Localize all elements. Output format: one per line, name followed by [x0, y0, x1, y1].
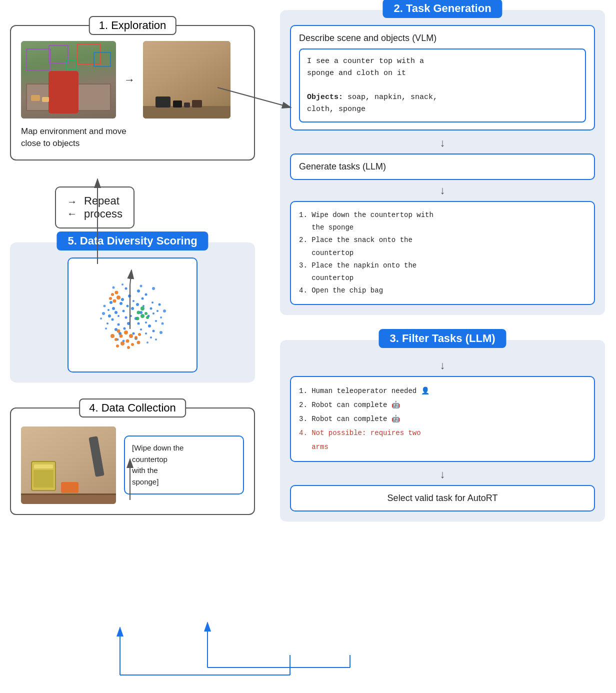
collection-title: 4. Data Collection: [79, 398, 186, 418]
exploration-images: →: [21, 41, 244, 118]
svg-point-78: [120, 334, 123, 338]
arrow-right-between: →: [124, 74, 135, 86]
svg-point-61: [160, 316, 162, 318]
generate-tasks-label: Generate tasks (LLM): [299, 162, 386, 172]
svg-point-17: [136, 303, 139, 306]
svg-point-97: [113, 299, 116, 302]
svg-point-27: [127, 322, 130, 325]
svg-point-60: [104, 304, 106, 307]
svg-point-65: [102, 312, 105, 315]
vlm-output-box: I see a counter top with asponge and clo…: [299, 48, 586, 122]
generate-tasks-box: Generate tasks (LLM): [290, 154, 595, 180]
repeat-process-container: →← Repeatprocess: [10, 172, 255, 228]
task-list-item-2: 2. Place the snack onto the: [299, 234, 586, 246]
svg-point-94: [140, 306, 144, 310]
svg-point-38: [140, 328, 142, 330]
svg-point-16: [126, 304, 129, 307]
select-task-box: Select valid task for AutoRT: [290, 485, 595, 512]
svg-point-58: [158, 303, 161, 306]
svg-point-84: [131, 343, 134, 346]
svg-point-73: [105, 328, 107, 330]
task-list-item-3b: countertop: [299, 272, 586, 284]
robot-scene-image: [21, 41, 116, 118]
svg-point-83: [120, 342, 124, 346]
bbox-green: [66, 60, 77, 70]
objects-label: Objects:: [307, 93, 343, 102]
svg-point-79: [129, 334, 133, 338]
svg-point-99: [116, 296, 120, 300]
svg-point-98: [109, 297, 112, 300]
repeat-text: Repeatprocess: [84, 194, 122, 220]
task-list-item-4: 4. Open the chip bag: [299, 284, 586, 297]
diagram-container: 1. Exploration: [0, 0, 616, 693]
svg-point-67: [100, 318, 102, 320]
svg-point-40: [112, 318, 114, 320]
describe-scene-box: Describe scene and objects (VLM) I see a…: [290, 25, 595, 130]
svg-point-41: [155, 320, 157, 322]
svg-point-64: [146, 342, 148, 344]
collection-content: [Wipe down thecountertopwith thesponge]: [21, 426, 244, 504]
svg-point-70: [122, 284, 124, 286]
svg-point-80: [114, 338, 118, 341]
task-gen-title: 2. Task Generation: [382, 0, 502, 18]
svg-point-39: [148, 324, 151, 328]
filter-list-box: 1. Human teleoperator needed 👤 2. Robot …: [290, 376, 595, 462]
vlm-objects: Objects: soap, napkin, snack,cloth, spon…: [307, 92, 578, 116]
right-column: 2. Task Generation Describe scene and ob…: [280, 10, 605, 522]
filter-item-4: 4. Not possible: requires two: [299, 426, 586, 440]
section-task-gen: 2. Task Generation Describe scene and ob…: [280, 10, 605, 315]
task-list-item-3: 3. Place the napkin onto the: [299, 260, 586, 272]
svg-point-53: [108, 309, 110, 311]
svg-point-29: [145, 322, 147, 324]
svg-point-66: [162, 322, 164, 324]
svg-point-31: [150, 307, 152, 310]
svg-point-22: [125, 316, 128, 318]
task-list-item-2b: countertop: [299, 247, 586, 260]
section-filter: 3. Filter Tasks (LLM) ↓ 1. Human teleope…: [280, 340, 605, 522]
svg-point-90: [127, 346, 130, 349]
svg-point-88: [116, 344, 119, 348]
svg-point-52: [152, 330, 155, 332]
exploration-caption: Map environment and moveclose to objects: [21, 126, 244, 150]
svg-point-42: [128, 294, 131, 298]
svg-point-33: [121, 298, 124, 301]
task-list-item-1b: the sponge: [299, 222, 586, 234]
svg-point-100: [111, 293, 114, 296]
svg-point-87: [110, 334, 114, 338]
svg-point-49: [132, 332, 135, 334]
svg-point-74: [160, 331, 162, 334]
section-collection: 4. Data Collection: [10, 408, 255, 515]
svg-point-92: [137, 310, 140, 314]
repeat-box: →← Repeatprocess: [55, 186, 134, 228]
svg-point-95: [146, 316, 149, 319]
svg-point-20: [130, 315, 132, 317]
svg-point-89: [137, 340, 140, 344]
svg-point-37: [124, 327, 126, 330]
vlm-text: I see a counter top with asponge and clo…: [307, 56, 578, 80]
svg-point-47: [156, 310, 158, 312]
svg-point-77: [124, 330, 128, 334]
task-list-item-1: 1. Wipe down the countertop with: [299, 209, 586, 222]
left-column: 1. Exploration: [10, 10, 255, 515]
svg-point-45: [110, 301, 112, 304]
task-bubble: [Wipe down thecountertopwith thesponge]: [124, 436, 244, 494]
select-task-label: Select valid task for AutoRT: [388, 493, 498, 503]
describe-scene-title: Describe scene and objects (VLM): [299, 33, 586, 44]
svg-point-43: [145, 293, 148, 296]
svg-point-72: [112, 286, 115, 288]
bbox-purple2: [48, 45, 68, 64]
tasks-list-box: 1. Wipe down the countertop with the spo…: [290, 201, 595, 305]
svg-point-55: [125, 287, 128, 290]
section-diversity: 5. Data Diversity Scoring: [10, 242, 255, 382]
filter-item-1: 1. Human teleoperator needed 👤: [299, 384, 586, 398]
svg-point-69: [140, 284, 142, 287]
svg-point-81: [126, 339, 130, 342]
diversity-title: 5. Data Diversity Scoring: [56, 232, 208, 250]
svg-point-35: [152, 312, 154, 314]
arrow-down-filter-in: ↓: [290, 359, 595, 372]
repeat-arrows-icon: →←: [67, 196, 77, 220]
task-bubble-text: [Wipe down thecountertopwith thesponge]: [132, 444, 184, 486]
svg-point-28: [138, 322, 140, 324]
svg-point-26: [118, 315, 120, 317]
svg-point-50: [145, 332, 147, 334]
